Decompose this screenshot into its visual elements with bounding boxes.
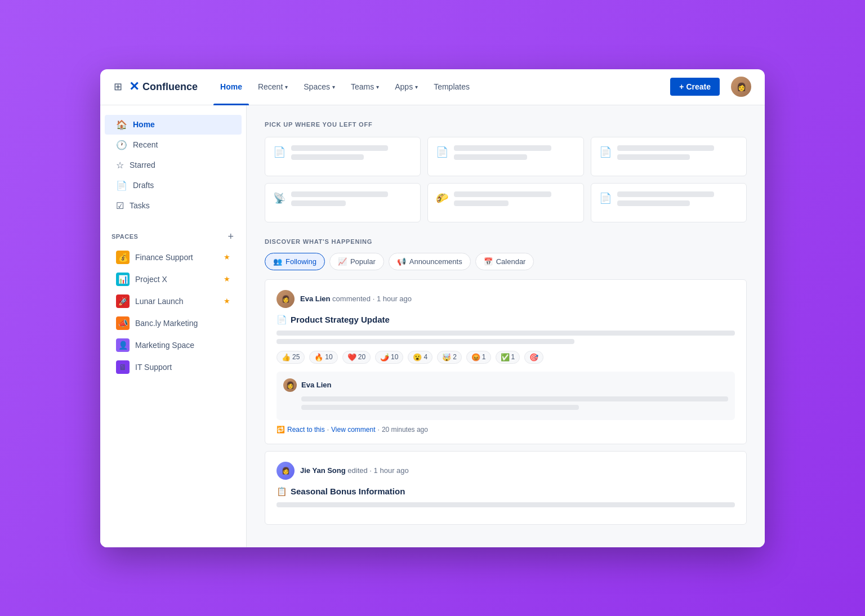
activity-card-1: 👩 Eva Lien commented · 1 hour ago 📄 Prod…: [265, 279, 747, 444]
space-item-lunar-launch[interactable]: 🚀 Lunar Launch ★: [105, 291, 242, 312]
fire-count: 10: [325, 353, 332, 361]
jie-avatar: 👩: [277, 462, 295, 480]
reaction-angry[interactable]: 😡 1: [466, 351, 491, 364]
card-header-1: 📄: [273, 145, 412, 163]
nav-item-recent[interactable]: Recent ▾: [251, 78, 295, 96]
page-card-4[interactable]: 📡: [265, 183, 421, 222]
space-item-marketing-space[interactable]: 👤 Marketing Space: [105, 334, 242, 356]
nav-item-apps-label: Apps: [395, 82, 413, 91]
grid-icon[interactable]: ⊞: [114, 81, 122, 93]
reaction-hot[interactable]: 🌶️ 10: [375, 351, 403, 364]
sidebar-item-recent-label: Recent: [133, 140, 158, 149]
angry-count: 1: [482, 353, 486, 361]
calendar-icon: 📅: [484, 257, 493, 266]
tab-popular[interactable]: 📈 Popular: [329, 253, 384, 270]
space-item-finance-support[interactable]: 💰 Finance Support ★: [105, 247, 242, 268]
activity-user-name-1: Eva Lien: [300, 294, 330, 303]
comment-content-line: [301, 405, 579, 410]
clock-icon: 🕐: [116, 140, 127, 150]
space-item-it-support[interactable]: 🖥 IT Support: [105, 356, 242, 378]
wow-count: 4: [423, 353, 427, 361]
pick-up-section-title: PICK UP WHERE YOU LEFT OFF: [265, 121, 747, 128]
space-item-bancly[interactable]: 📣 Banc.ly Marketing: [105, 313, 242, 334]
sidebar-item-tasks[interactable]: ☑ Tasks: [105, 196, 242, 216]
card-lines: [454, 191, 575, 209]
space-icon-project-x: 📊: [116, 273, 130, 286]
react-to-this-link[interactable]: React to this: [287, 426, 325, 434]
space-item-project-x[interactable]: 📊 Project X ★: [105, 269, 242, 290]
food-icon: 🌮: [436, 192, 448, 204]
heart-count: 20: [358, 353, 365, 361]
add-space-button[interactable]: +: [226, 230, 235, 243]
page-card-5[interactable]: 🌮: [427, 183, 583, 222]
comment-lines: [283, 396, 728, 410]
sidebar-item-tasks-label: Tasks: [130, 201, 150, 210]
page-title-text-1: Product Strategy Update: [291, 315, 390, 324]
space-name-marketing: Marketing Space: [135, 341, 230, 350]
logo-icon: ✕: [129, 79, 139, 94]
satellite-icon: 📡: [273, 192, 286, 204]
reaction-mindblown[interactable]: 🤯 2: [437, 351, 462, 364]
nav-item-home[interactable]: Home: [213, 78, 249, 96]
sidebar-item-home-label: Home: [133, 120, 155, 129]
card-header-6: 📄: [599, 191, 738, 209]
following-icon: 👥: [273, 257, 282, 266]
sidebar-item-drafts-label: Drafts: [133, 181, 154, 190]
chevron-down-icon: ▾: [285, 84, 288, 90]
nav-item-apps[interactable]: Apps ▾: [388, 78, 425, 96]
reaction-wow[interactable]: 😮 4: [408, 351, 432, 364]
sidebar-item-starred[interactable]: ☆ Starred: [105, 155, 242, 175]
main-content: PICK UP WHERE YOU LEFT OFF 📄 📄: [247, 105, 765, 547]
page-cards-grid: 📄 📄: [265, 137, 747, 222]
announcements-icon: 📢: [397, 257, 406, 266]
commenter-avatar: 👩: [283, 378, 297, 392]
page-card-6[interactable]: 📄: [591, 183, 747, 222]
reaction-target[interactable]: 🎯: [524, 351, 543, 364]
document-icon: 📄: [273, 146, 286, 158]
page-card-1[interactable]: 📄: [265, 137, 421, 176]
space-name-finance: Finance Support: [135, 253, 218, 262]
activity-page-title-1[interactable]: 📄 Product Strategy Update: [277, 315, 735, 325]
mindblown-emoji: 🤯: [442, 353, 451, 361]
reaction-heart[interactable]: ❤️ 20: [342, 351, 371, 364]
react-icon: 🔁: [277, 426, 285, 434]
tab-announcements[interactable]: 📢 Announcements: [389, 253, 471, 270]
logo-text: Confluence: [142, 81, 198, 93]
activity-header-2: 👩 Jie Yan Song edited · 1 hour ago: [277, 462, 735, 480]
sidebar-item-home[interactable]: 🏠 Home: [105, 115, 242, 135]
mindblown-count: 2: [453, 353, 457, 361]
nav-item-templates[interactable]: Templates: [427, 78, 476, 96]
task-icon: ☑: [116, 200, 124, 211]
document-icon: 📄: [599, 192, 612, 204]
reaction-thumbsup[interactable]: 👍 25: [277, 351, 305, 364]
activity-user-name-2: Jie Yan Song: [300, 466, 346, 475]
reaction-fire[interactable]: 🔥 10: [309, 351, 337, 364]
nav-item-spaces[interactable]: Spaces ▾: [297, 78, 342, 96]
activity-page-title-2[interactable]: 📋 Seasonal Bonus Information: [277, 486, 735, 497]
check-emoji: ✅: [501, 353, 510, 361]
view-comment-link[interactable]: View comment: [331, 426, 375, 434]
document-icon: 📄: [436, 146, 448, 158]
nav-item-teams[interactable]: Teams ▾: [344, 78, 386, 96]
reaction-check[interactable]: ✅ 1: [496, 351, 520, 364]
card-header-5: 🌮: [436, 191, 575, 209]
page-icon-1: 📄: [277, 315, 287, 325]
sidebar-item-recent[interactable]: 🕐 Recent: [105, 135, 242, 155]
page-card-2[interactable]: 📄: [427, 137, 583, 176]
page-card-3[interactable]: 📄: [591, 137, 747, 176]
comment-time: 20 minutes ago: [382, 426, 428, 434]
spaces-section-header: SPACES +: [100, 227, 246, 246]
card-line: [454, 200, 509, 206]
avatar[interactable]: 👩: [731, 77, 751, 97]
tab-following[interactable]: 👥 Following: [265, 253, 325, 270]
sidebar-item-drafts[interactable]: 📄 Drafts: [105, 176, 242, 195]
chevron-down-icon: ▾: [415, 84, 418, 90]
card-line: [291, 154, 364, 160]
activity-meta-2: Jie Yan Song edited · 1 hour ago: [300, 466, 409, 475]
eva-avatar: 👩: [277, 290, 295, 308]
activity-header-1: 👩 Eva Lien commented · 1 hour ago: [277, 290, 735, 308]
tab-calendar[interactable]: 📅 Calendar: [475, 253, 534, 270]
space-icon-bancly: 📣: [116, 316, 130, 330]
card-line: [291, 145, 388, 151]
create-button[interactable]: + Create: [670, 78, 720, 96]
